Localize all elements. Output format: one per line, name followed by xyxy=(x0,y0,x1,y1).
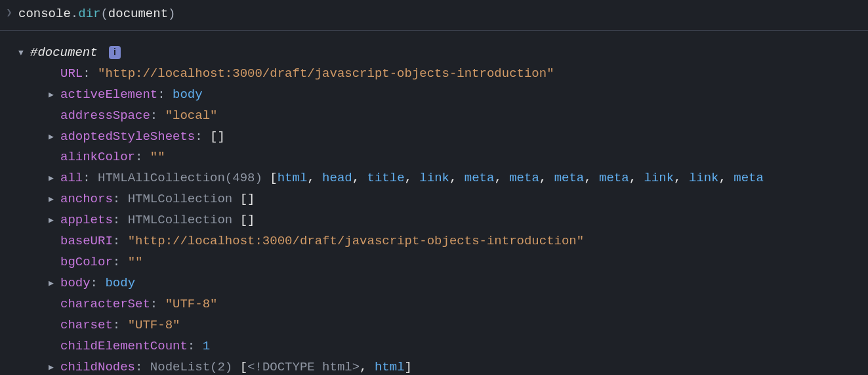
value: "local" xyxy=(165,108,218,123)
prop-active-element[interactable]: ▶activeElement: body xyxy=(30,85,868,106)
value: body xyxy=(173,87,203,102)
expand-arrow-icon[interactable]: ▶ xyxy=(49,213,60,228)
prop-character-set[interactable]: characterSet: "UTF-8" xyxy=(30,294,868,315)
value: "http://localhost:3000/draft/javascript-… xyxy=(98,66,554,81)
value: "http://localhost:3000/draft/javascript-… xyxy=(128,234,585,248)
object-tree: ▼#document i URL: "http://localhost:3000… xyxy=(0,31,868,375)
value: "UTF-8" xyxy=(165,297,218,311)
expand-arrow-icon[interactable]: ▶ xyxy=(49,361,60,375)
expand-arrow-icon[interactable]: ▶ xyxy=(49,276,60,291)
cmd-paren-open: ( xyxy=(100,7,108,21)
prop-address-space[interactable]: addressSpace: "local" xyxy=(30,106,868,127)
prop-bg-color[interactable]: bgColor: "" xyxy=(30,252,868,273)
value: [] xyxy=(240,192,255,206)
collection-type: HTMLCollection xyxy=(128,213,240,227)
prop-child-element-count[interactable]: childElementCount: 1 xyxy=(30,336,868,357)
prop-charset[interactable]: charset: "UTF-8" xyxy=(30,315,868,336)
cmd-function: dir xyxy=(78,7,100,21)
cmd-argument: document xyxy=(108,7,168,21)
key: addressSpace xyxy=(60,108,150,123)
key: anchors xyxy=(60,192,113,206)
key: baseURI xyxy=(60,234,113,248)
expand-arrow-icon[interactable]: ▶ xyxy=(49,192,60,207)
key: bgColor xyxy=(60,255,113,269)
key: all xyxy=(60,171,83,185)
prop-alink-color[interactable]: alinkColor: "" xyxy=(30,147,868,168)
key: childNodes xyxy=(60,360,135,374)
root-node[interactable]: ▼#document i xyxy=(0,43,868,64)
prop-anchors[interactable]: ▶anchors: HTMLCollection [] xyxy=(30,189,868,210)
value: body xyxy=(105,276,135,290)
value: 1 xyxy=(203,339,210,353)
key: URL xyxy=(60,66,83,81)
prop-url[interactable]: URL: "http://localhost:3000/draft/javasc… xyxy=(30,64,868,85)
expand-arrow-icon[interactable]: ▼ xyxy=(18,46,30,60)
value: "" xyxy=(150,150,165,164)
prop-adopted-style-sheets[interactable]: ▶adoptedStyleSheets: [] xyxy=(30,127,868,148)
key: charset xyxy=(60,318,113,332)
prop-child-nodes[interactable]: ▶childNodes: NodeList(2) [<!DOCTYPE html… xyxy=(30,357,868,376)
cmd-object: console xyxy=(18,7,71,21)
prop-applets[interactable]: ▶applets: HTMLCollection [] xyxy=(30,210,868,231)
cmd-dot: . xyxy=(71,7,78,21)
value: [] xyxy=(240,213,255,227)
expand-arrow-icon[interactable]: ▶ xyxy=(49,171,60,186)
key: alinkColor xyxy=(60,150,135,164)
expand-arrow-icon[interactable]: ▶ xyxy=(49,88,60,102)
expand-arrow-icon[interactable]: ▶ xyxy=(49,130,60,144)
prompt-chevron-icon: ❯ xyxy=(0,5,18,22)
collection-type: NodeList(2) xyxy=(150,360,240,374)
key: characterSet xyxy=(60,297,150,311)
prop-all[interactable]: ▶all: HTMLAllCollection(498) [html, head… xyxy=(30,168,868,189)
value: "" xyxy=(128,255,143,269)
value: [] xyxy=(210,129,225,144)
key: activeElement xyxy=(60,87,157,102)
collection-type: HTMLCollection xyxy=(128,192,240,206)
key: applets xyxy=(60,213,113,227)
value: "UTF-8" xyxy=(128,318,180,332)
collection-type: HTMLAllCollection(498) xyxy=(98,171,270,185)
prop-body[interactable]: ▶body: body xyxy=(30,273,868,294)
info-icon[interactable]: i xyxy=(109,46,121,59)
key: body xyxy=(60,276,91,290)
key: childElementCount xyxy=(60,339,188,353)
key: adoptedStyleSheets xyxy=(60,129,195,144)
cmd-paren-close: ) xyxy=(168,7,175,21)
prop-base-uri[interactable]: baseURI: "http://localhost:3000/draft/ja… xyxy=(30,231,868,252)
console-input-row[interactable]: ❯console.dir(document) xyxy=(0,0,868,31)
root-label: #document xyxy=(30,45,98,60)
